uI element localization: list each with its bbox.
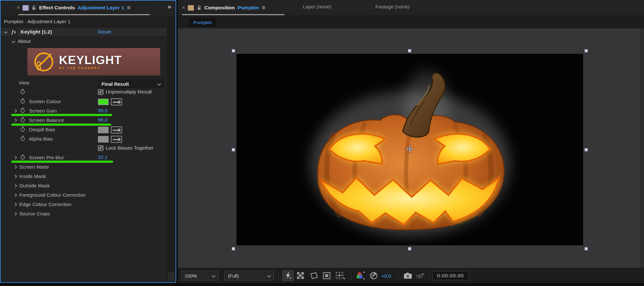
- selection-handle-bottom-right[interactable]: [584, 247, 588, 251]
- effect-controls-tabstrip: × Effect Controls Adjustment Layer 1 ≡ »: [1, 1, 176, 15]
- panel-target-comp[interactable]: Pumpkin: [238, 5, 259, 11]
- toolbar-divider: [398, 271, 399, 280]
- selection-handle-mid-left[interactable]: [232, 148, 235, 152]
- selection-handle-top-left[interactable]: [232, 49, 235, 53]
- group-row-foreground-colour-correction[interactable]: Foreground Colour Correction: [1, 190, 167, 200]
- annotation-underline-screen-gain: [11, 114, 112, 116]
- title-action-safe-button[interactable]: [322, 272, 332, 279]
- show-channel-button[interactable]: [356, 271, 366, 280]
- stopwatch-icon[interactable]: [21, 155, 25, 160]
- reset-button[interactable]: Reset: [98, 29, 111, 35]
- group-row-outside-mask[interactable]: Outside Mask: [1, 181, 167, 190]
- stopwatch-icon[interactable]: [21, 109, 25, 113]
- tab-effect-controls[interactable]: × Effect Controls Adjustment Layer 1 ≡: [17, 3, 130, 12]
- group-row-source-crops[interactable]: Source Crops: [1, 209, 167, 218]
- selection-handle-bottom-center[interactable]: [408, 247, 411, 251]
- unpremultiply-checkbox[interactable]: [98, 89, 103, 95]
- magnification-dropdown[interactable]: 100%: [181, 271, 218, 281]
- breadcrumb-comp-button[interactable]: Pumpkin: [189, 18, 216, 27]
- group-label[interactable]: Outside Mask: [19, 183, 50, 189]
- stopwatch-icon[interactable]: [21, 99, 25, 104]
- panel-target-layer[interactable]: Adjustment Layer 1: [78, 5, 124, 11]
- composition-viewer[interactable]: [178, 28, 644, 268]
- stopwatch-icon[interactable]: [21, 137, 25, 141]
- screen-colour-swatch[interactable]: [98, 99, 109, 105]
- group-row-screen-matte[interactable]: Screen Matte: [1, 162, 167, 172]
- collapse-effect-icon[interactable]: [4, 30, 7, 34]
- viewer-scrollbar[interactable]: [639, 28, 644, 268]
- view-dropdown[interactable]: Final Result: [98, 80, 164, 88]
- param-row-screen-colour: Screen Colour: [1, 97, 167, 106]
- effect-header-row[interactable]: fx Keylight (1.2) Reset: [1, 27, 167, 37]
- expand-icon[interactable]: [13, 193, 17, 197]
- current-time-display[interactable]: 0:00:00:00: [432, 271, 469, 280]
- scrollbar-corner: [168, 272, 174, 281]
- effect-name[interactable]: Keylight (1.2): [21, 29, 52, 35]
- screen-gain-value[interactable]: 99,0: [98, 108, 108, 113]
- adjust-exposure-button[interactable]: [369, 272, 378, 280]
- despill-bias-swatch[interactable]: [98, 127, 109, 133]
- expand-icon[interactable]: [13, 118, 17, 122]
- take-snapshot-button[interactable]: [403, 272, 413, 279]
- exposure-value[interactable]: +0,0: [381, 273, 391, 279]
- panel-menu-icon[interactable]: ≡: [262, 4, 265, 11]
- about-row[interactable]: About: [1, 37, 167, 46]
- param-label: Despill Bias: [29, 127, 55, 133]
- annotation-underline-screen-balance: [11, 123, 111, 126]
- fast-previews-button[interactable]: [283, 271, 293, 281]
- resolution-dropdown[interactable]: (Full): [224, 271, 274, 281]
- toolbar-divider: [429, 271, 429, 280]
- alpha-bias-swatch[interactable]: [98, 136, 109, 143]
- tab-composition[interactable]: × Composition Pumpkin ≡: [182, 3, 265, 12]
- group-row-inside-mask[interactable]: Inside Mask: [1, 172, 167, 181]
- view-dropdown-value: Final Result: [101, 81, 129, 87]
- eyedropper-icon[interactable]: [111, 126, 122, 133]
- group-label[interactable]: Source Crops: [19, 211, 50, 217]
- eyedropper-icon[interactable]: [111, 98, 122, 105]
- panel-overflow-button[interactable]: »: [168, 3, 171, 10]
- anchor-point-icon[interactable]: [406, 145, 414, 153]
- close-icon[interactable]: ×: [182, 5, 185, 11]
- expand-icon[interactable]: [13, 109, 17, 113]
- selection-handle-top-center[interactable]: [408, 49, 411, 53]
- lock-biases-checkbox[interactable]: [98, 145, 103, 151]
- stopwatch-icon[interactable]: [21, 118, 25, 122]
- tab-layer[interactable]: Layer (none): [303, 4, 331, 10]
- stopwatch-icon[interactable]: [21, 127, 25, 132]
- show-snapshot-button[interactable]: [415, 272, 425, 279]
- expand-icon[interactable]: [13, 212, 17, 215]
- group-label[interactable]: Inside Mask: [19, 173, 46, 179]
- region-of-interest-button[interactable]: [309, 272, 319, 279]
- annotation-underline-screen-preblur: [11, 161, 113, 163]
- group-label[interactable]: Screen Matte: [19, 164, 49, 170]
- expand-icon[interactable]: [13, 202, 17, 206]
- grid-and-guides-button[interactable]: [335, 272, 346, 280]
- selection-handle-bottom-left[interactable]: [232, 247, 235, 251]
- about-label[interactable]: About: [18, 38, 31, 44]
- expand-icon[interactable]: [13, 156, 17, 159]
- group-label[interactable]: Foreground Colour Correction: [19, 192, 86, 198]
- group-row-edge-colour-correction[interactable]: Edge Colour Correction: [1, 200, 167, 209]
- panel-group-swatch-icon[interactable]: [23, 5, 29, 11]
- eyedropper-icon[interactable]: [111, 136, 122, 143]
- stopwatch-icon[interactable]: [21, 90, 25, 94]
- panel-group-swatch-icon[interactable]: [188, 5, 194, 11]
- expand-icon[interactable]: [13, 174, 17, 178]
- keylight-logo-icon: [32, 51, 56, 73]
- screen-balance-value[interactable]: 98,0: [98, 117, 108, 123]
- scrollbar-track[interactable]: [167, 16, 175, 282]
- panel-title[interactable]: Effect Controls: [39, 5, 75, 11]
- selection-handle-top-right[interactable]: [584, 49, 588, 53]
- panel-title[interactable]: Composition: [204, 5, 235, 11]
- screen-preblur-value[interactable]: 22,1: [98, 154, 108, 160]
- transparency-grid-button[interactable]: [296, 272, 305, 279]
- expand-icon[interactable]: [13, 165, 17, 169]
- selection-handle-mid-right[interactable]: [584, 148, 588, 152]
- close-icon[interactable]: ×: [17, 5, 20, 11]
- collapse-about-icon[interactable]: [12, 39, 15, 43]
- toolbar-divider: [278, 271, 279, 280]
- tab-footage[interactable]: Footage (none): [375, 4, 409, 10]
- group-label[interactable]: Edge Colour Correction: [19, 202, 72, 207]
- expand-icon[interactable]: [13, 184, 17, 187]
- panel-menu-icon[interactable]: ≡: [127, 4, 130, 11]
